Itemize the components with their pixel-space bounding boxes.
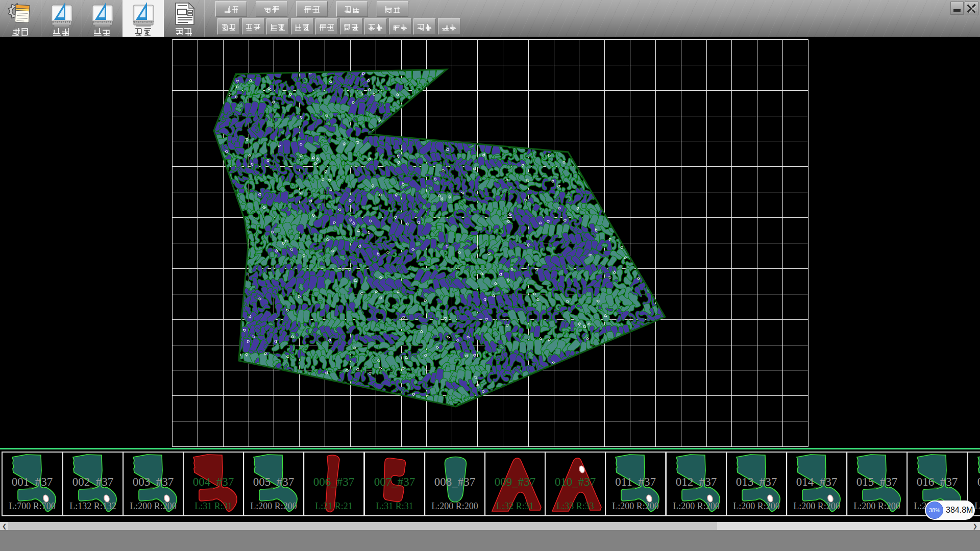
svg-text:006_#37: 006_#37: [313, 475, 355, 488]
svg-text:L:200 R:200: L:200 R:200: [250, 501, 297, 511]
svg-text:013_#37: 013_#37: [736, 475, 777, 488]
svg-text:L:31 R:31: L:31 R:31: [376, 501, 413, 511]
svg-text:L:33 R:33: L:33 R:33: [556, 501, 594, 511]
svg-text:014_#37: 014_#37: [796, 475, 838, 488]
svg-text:012_#37: 012_#37: [676, 475, 717, 488]
svg-text:L:200 R:200: L:200 R:200: [793, 501, 840, 511]
svg-text:L:32 R:31: L:32 R:31: [496, 501, 534, 511]
svg-text:002_#37: 002_#37: [72, 475, 114, 488]
svg-text:008_#37: 008_#37: [434, 475, 476, 488]
svg-text:L:200 R:200: L:200 R:200: [673, 501, 720, 511]
svg-text:L:200 R:200: L:200 R:200: [612, 501, 659, 511]
svg-text:L:200 R:200: L:200 R:200: [974, 501, 980, 511]
svg-text:010_#37: 010_#37: [555, 475, 596, 488]
svg-text:L:21 R:21: L:21 R:21: [315, 501, 353, 511]
svg-text:L:200 R:200: L:200 R:200: [853, 501, 900, 511]
svg-text:001_#37: 001_#37: [12, 475, 53, 488]
svg-text:L:200 R:200: L:200 R:200: [130, 501, 177, 511]
svg-text:L:700 R:700: L:700 R:700: [9, 501, 56, 511]
svg-text:011_#37: 011_#37: [615, 475, 656, 488]
svg-text:L:200 R:200: L:200 R:200: [431, 501, 478, 511]
svg-text:L:200 R:200: L:200 R:200: [733, 501, 780, 511]
svg-text:003_#37: 003_#37: [133, 475, 174, 488]
svg-text:005_#37: 005_#37: [253, 475, 295, 488]
svg-text:016_#37: 016_#37: [917, 475, 958, 488]
svg-text:017_#37: 017_#37: [977, 475, 980, 488]
svg-text:L:132 R:132: L:132 R:132: [69, 501, 116, 511]
svg-text:L:31 R:31: L:31 R:31: [194, 501, 232, 511]
svg-text:004_#37: 004_#37: [193, 475, 234, 488]
svg-text:009_#37: 009_#37: [495, 475, 536, 488]
svg-text:015_#37: 015_#37: [856, 475, 898, 488]
svg-text:007_#37: 007_#37: [374, 475, 415, 488]
